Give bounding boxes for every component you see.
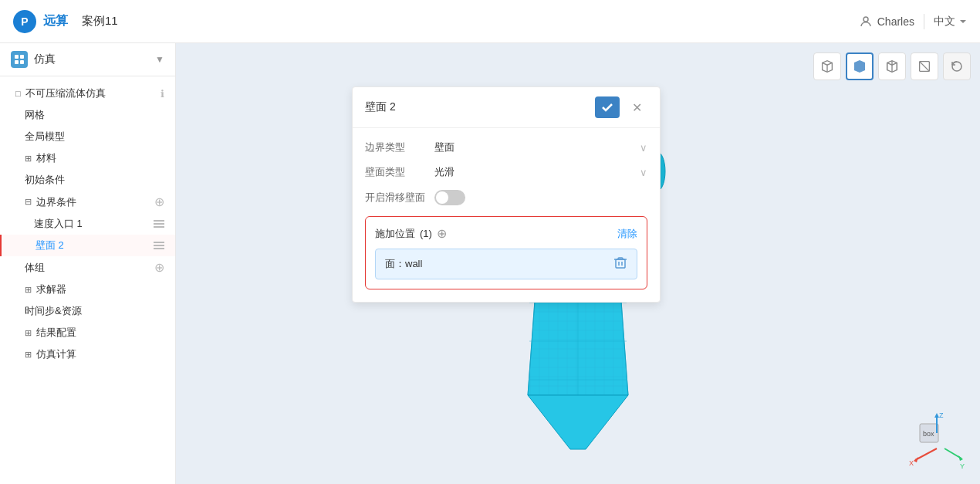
user-info: Charles [859, 15, 914, 29]
logo-text: 远算 [43, 13, 68, 29]
sidebar-item-initial-conditions[interactable]: 初始条件 [0, 169, 175, 191]
info-icon: ℹ [161, 88, 164, 100]
wall-type-value[interactable]: 光滑 ∨ [434, 165, 647, 179]
svg-text:box: box [923, 430, 934, 438]
sidebar-item-result-config[interactable]: ⊞ 结果配置 [0, 322, 175, 344]
chevron-icon: ∨ [640, 167, 647, 178]
svg-marker-54 [958, 455, 963, 461]
sidebar-item-materials[interactable]: ⊞ 材料 [0, 147, 175, 169]
sidebar-item-incompressible[interactable]: □ 不可压缩流体仿真 ℹ [0, 83, 175, 104]
user-name: Charles [877, 15, 914, 28]
svg-point-2 [863, 17, 868, 22]
expand-icon: ⊞ [25, 328, 32, 338]
panel-body: 边界类型 壁面 ∨ 壁面类型 光滑 ∨ 开启滑移壁面 [353, 128, 660, 302]
toggle-knob [436, 191, 448, 204]
sidebar-item-label: 材料 [36, 151, 164, 165]
edges-icon [917, 59, 932, 74]
svg-text:X: X [909, 459, 914, 467]
language-selector[interactable]: 中文 [934, 15, 968, 29]
sidebar-item-sim-compute[interactable]: ⊞ 仿真计算 [0, 344, 175, 365]
svg-line-50 [915, 448, 937, 460]
wall-panel: 壁面 2 ✕ 边界类型 壁面 ∨ [352, 86, 661, 303]
svg-text:P: P [21, 15, 28, 28]
sidebar-item-label: 时间步&资源 [25, 304, 164, 318]
expand-icon: ⊞ [25, 350, 32, 360]
add-body-icon[interactable]: ⊕ [154, 260, 164, 275]
apply-section-add-icon[interactable]: ⊕ [437, 226, 447, 241]
perspective-button[interactable] [813, 52, 841, 80]
sidebar-module-header: 仿真 ▼ [0, 43, 175, 76]
svg-rect-5 [15, 60, 19, 64]
sidebar-item-mesh[interactable]: 网格 [0, 104, 175, 126]
perspective-icon [819, 59, 835, 74]
add-boundary-icon[interactable]: ⊕ [154, 195, 164, 209]
svg-marker-51 [914, 457, 918, 462]
svg-line-12 [920, 62, 930, 72]
wireframe-view-button[interactable] [878, 52, 906, 80]
solid-view-icon [852, 59, 867, 74]
apply-section-clear-button[interactable]: 清除 [617, 227, 637, 241]
expand-icon: □ [15, 89, 21, 98]
svg-rect-4 [20, 55, 24, 59]
chevron-down-icon [958, 17, 968, 26]
apply-section-title: 施加位置 [375, 227, 415, 241]
logo-area: P 远算 案例11 [12, 9, 118, 34]
apply-section-header: 施加位置 (1) ⊕ 清除 [375, 226, 637, 241]
wall-type-label: 壁面类型 [365, 165, 434, 179]
sidebar-item-global-model[interactable]: 全局模型 [0, 126, 175, 147]
module-title: 仿真 [34, 52, 149, 66]
solid-view-button[interactable] [846, 52, 874, 80]
sidebar-item-label: 求解器 [36, 283, 164, 296]
panel-close-button[interactable]: ✕ [626, 96, 647, 118]
panel-header: 壁面 2 ✕ [353, 87, 660, 128]
apply-position-section: 施加位置 (1) ⊕ 清除 面：wall [365, 216, 647, 289]
panel-confirm-button[interactable] [595, 96, 620, 118]
sidebar: 仿真 ▼ □ 不可压缩流体仿真 ℹ 网格 全局模型 ⊞ 材料 [0, 43, 176, 484]
sidebar-item-label: 壁面 2 [35, 239, 154, 252]
apply-section-count: (1) [420, 228, 432, 239]
slip-wall-toggle[interactable] [434, 190, 465, 205]
sidebar-item-boundary-conditions[interactable]: ⊟ 边界条件 ⊕ [0, 191, 175, 213]
sidebar-item-body-group[interactable]: 体组 ⊕ [0, 256, 175, 279]
reset-view-button[interactable] [943, 52, 971, 80]
sidebar-item-label: 全局模型 [25, 130, 164, 144]
svg-rect-6 [20, 60, 24, 64]
boundary-type-label: 边界类型 [365, 140, 434, 154]
sidebar-item-timestep[interactable]: 时间步&资源 [0, 300, 175, 322]
language-label: 中文 [934, 15, 955, 29]
sidebar-item-solver[interactable]: ⊞ 求解器 [0, 279, 175, 300]
panel-title: 壁面 2 [365, 100, 589, 114]
menu-icon [154, 242, 164, 249]
boundary-type-row: 边界类型 壁面 ∨ [365, 140, 647, 154]
expand-icon: ⊟ [25, 197, 32, 207]
wireframe-icon [884, 59, 900, 74]
edges-view-button[interactable] [911, 52, 938, 80]
face-item-delete-icon[interactable] [613, 256, 627, 272]
sidebar-item-label: 边界条件 [36, 195, 154, 209]
slip-wall-label: 开启滑移壁面 [365, 191, 434, 205]
slip-wall-row: 开启滑移壁面 [365, 190, 647, 205]
close-icon: ✕ [632, 100, 642, 115]
sidebar-item-label: 体组 [25, 261, 154, 275]
sidebar-item-label: 结果配置 [36, 326, 164, 340]
axis-indicator: box Z X Y [906, 410, 968, 472]
wall-type-text: 光滑 [434, 165, 455, 179]
module-collapse-icon[interactable]: ▼ [155, 54, 164, 65]
sidebar-item-velocity-inlet-1[interactable]: 速度入口 1 [0, 213, 175, 235]
sidebar-item-label: 仿真计算 [36, 347, 164, 361]
svg-text:Y: Y [960, 462, 965, 470]
face-item-label: 面：wall [385, 257, 613, 271]
reset-icon [949, 59, 965, 74]
sidebar-item-label: 不可压缩流体仿真 [25, 86, 156, 100]
face-item-wall: 面：wall [375, 249, 637, 279]
sidebar-item-wall-2[interactable]: 壁面 2 [0, 235, 175, 256]
wall-type-row: 壁面类型 光滑 ∨ [365, 165, 647, 179]
svg-rect-3 [15, 55, 19, 59]
viewport[interactable]: 壁面 2 ✕ 边界类型 壁面 ∨ [176, 43, 980, 484]
user-icon [859, 15, 873, 29]
sidebar-item-label: 速度入口 1 [34, 217, 154, 231]
case-title: 案例11 [82, 14, 118, 29]
sidebar-tree: □ 不可压缩流体仿真 ℹ 网格 全局模型 ⊞ 材料 初始条件 [0, 76, 175, 371]
slip-wall-toggle-container [434, 190, 647, 205]
boundary-type-value[interactable]: 壁面 ∨ [434, 140, 647, 154]
